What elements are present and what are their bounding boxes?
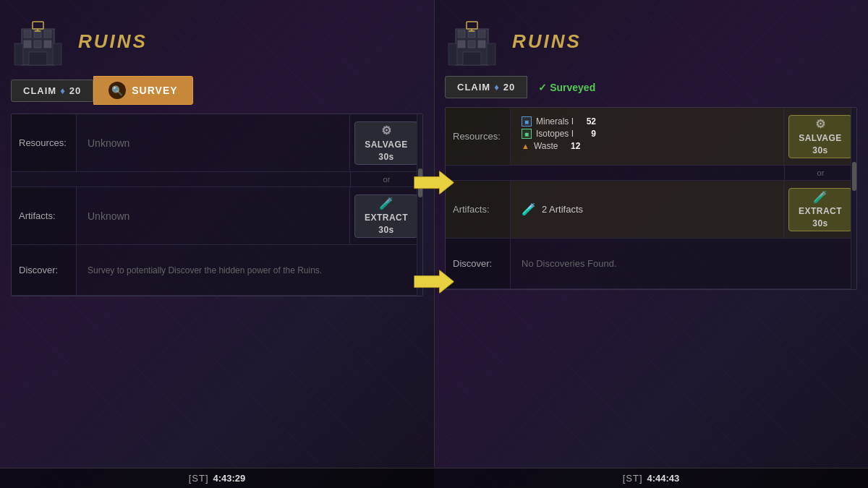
right-panel: RUINS CLAIM ♦ 20 ✓ Surveyed Resources:: [434, 0, 868, 488]
right-salvage-action: ⚙ SALVAGE 30s: [784, 108, 856, 165]
right-extract-action: 🧪 EXTRACT 30s: [784, 181, 856, 238]
left-extract-button[interactable]: 🧪 EXTRACT 30s: [354, 194, 418, 238]
right-artifacts-row: Artifacts: 🧪 2 Artifacts 🧪 EXTRACT 30s: [446, 181, 856, 239]
svg-rect-25: [467, 22, 477, 29]
arrow-bottom: [414, 270, 454, 293]
svg-rect-9: [53, 43, 61, 65]
right-resources-value: ■ Minerals I 52 ■ Isotopes I 9 ▲ Waste: [511, 108, 784, 165]
left-salvage-action: ⚙ SALVAGE 30s: [350, 114, 422, 171]
right-resources-row: Resources: ■ Minerals I 52 ■ Isotopes I …: [446, 108, 856, 166]
left-claim-amount: 20: [69, 85, 81, 96]
left-artifacts-value: Unknown: [77, 187, 350, 244]
waste-label: Waste: [534, 141, 558, 151]
salvage-time-right: 30s: [812, 145, 828, 155]
left-salvage-button[interactable]: ⚙ SALVAGE 30s: [354, 121, 418, 165]
isotopes-label: Isotopes I: [536, 129, 574, 139]
main-container: RUINS CLAIM ♦ 20 🔍 SURVEY Resources:: [0, 0, 868, 488]
right-building-icon: [445, 14, 499, 69]
right-discover-text: No Discoveries Found.: [511, 239, 856, 288]
svg-rect-16: [458, 30, 465, 38]
minerals-icon: ■: [522, 116, 532, 127]
left-header: RUINS: [11, 14, 423, 69]
salvage-icon-left: ⚙: [381, 124, 392, 137]
left-panel: RUINS CLAIM ♦ 20 🔍 SURVEY Resources:: [0, 0, 434, 488]
arrows-container: [414, 171, 454, 293]
minerals-value: 52: [578, 116, 596, 127]
salvage-label-right: SALVAGE: [799, 133, 842, 143]
isotopes-icon: ■: [522, 129, 532, 139]
svg-marker-13: [414, 171, 454, 194]
extract-icon-right: 🧪: [813, 190, 828, 204]
svg-rect-8: [14, 43, 23, 65]
left-extract-action: 🧪 EXTRACT 30s: [350, 187, 422, 244]
extract-time-right: 30s: [812, 218, 828, 228]
surveyed-label: ✓ Surveyed: [538, 82, 595, 93]
left-discover-label: Discover:: [12, 245, 77, 295]
left-claim-label: CLAIM: [23, 85, 56, 96]
right-resources-label: Resources:: [446, 108, 511, 165]
right-scrollbar-thumb: [852, 162, 856, 191]
left-content: RUINS CLAIM ♦ 20 🔍 SURVEY Resources:: [0, 0, 434, 304]
gem-icon-left: ♦: [60, 85, 66, 96]
right-header: RUINS: [445, 14, 857, 69]
left-claim-button[interactable]: CLAIM ♦ 20: [11, 80, 93, 102]
left-status-prefix: [ST]: [189, 473, 209, 484]
left-data-area: Resources: Unknown ⚙ SALVAGE 30s or: [11, 114, 423, 296]
svg-rect-4: [24, 40, 31, 48]
isotopes-value: 9: [578, 129, 596, 139]
artifact-flask-icon: 🧪: [522, 202, 536, 216]
right-or-row: or: [446, 166, 856, 181]
left-discover-row: Discover: Survey to potentially Discover…: [12, 245, 422, 296]
right-content: RUINS CLAIM ♦ 20 ✓ Surveyed Resources:: [434, 0, 868, 297]
svg-rect-1: [24, 30, 31, 38]
salvage-time-left: 30s: [378, 152, 394, 162]
left-title: RUINS: [78, 30, 148, 53]
extract-time-left: 30s: [378, 225, 394, 235]
left-artifacts-label: Artifacts:: [12, 187, 77, 244]
right-or-label: or: [784, 166, 856, 180]
left-or-row: or: [12, 172, 422, 187]
right-extract-button[interactable]: 🧪 EXTRACT 30s: [788, 188, 852, 231]
left-status-time: 4:43:29: [213, 473, 246, 484]
or-spacer-left: [12, 172, 350, 187]
building-svg-left: [11, 14, 65, 69]
right-claim-button[interactable]: CLAIM ♦ 20: [445, 76, 527, 98]
left-resources-row: Resources: Unknown ⚙ SALVAGE 30s: [12, 114, 422, 172]
svg-rect-3: [44, 30, 51, 38]
arrow-top: [414, 171, 454, 194]
svg-rect-6: [44, 40, 51, 48]
building-svg-right: [445, 14, 499, 69]
waste-row: ▲ Waste 12: [522, 141, 580, 151]
right-discover-label: Discover:: [446, 239, 511, 288]
right-salvage-button[interactable]: ⚙ SALVAGE 30s: [788, 115, 852, 158]
svg-rect-18: [478, 30, 485, 38]
right-artifacts-value: 🧪 2 Artifacts: [511, 181, 784, 238]
extract-label-left: EXTRACT: [365, 213, 408, 223]
svg-rect-20: [468, 40, 475, 48]
svg-marker-14: [414, 270, 454, 293]
right-status-bar: [ST] 4:44:43: [434, 468, 868, 488]
right-artifacts-label: Artifacts:: [446, 181, 511, 238]
artifacts-display: 🧪 2 Artifacts: [522, 202, 583, 216]
survey-icon: 🔍: [109, 82, 126, 99]
svg-rect-21: [478, 40, 485, 48]
or-spacer-right: [446, 166, 784, 180]
minerals-label: Minerals I: [536, 116, 574, 127]
waste-icon: ▲: [522, 142, 529, 150]
right-claim-amount: 20: [503, 82, 515, 93]
extract-label-right: EXTRACT: [799, 206, 842, 216]
waste-value: 12: [562, 141, 580, 151]
svg-rect-5: [34, 40, 41, 48]
left-discover-text: Survey to potentially Discover the hidde…: [77, 245, 422, 295]
svg-rect-24: [487, 43, 495, 65]
right-scrollbar[interactable]: [851, 108, 856, 289]
left-buttons-row: CLAIM ♦ 20 🔍 SURVEY: [11, 76, 423, 105]
survey-button[interactable]: 🔍 SURVEY: [93, 76, 192, 105]
right-discover-row: Discover: No Discoveries Found.: [446, 239, 856, 289]
artifacts-count: 2 Artifacts: [542, 204, 583, 215]
right-title: RUINS: [512, 30, 582, 53]
svg-rect-19: [458, 40, 465, 48]
right-status-prefix: [ST]: [623, 473, 643, 484]
salvage-label-left: SALVAGE: [365, 140, 408, 150]
svg-rect-10: [33, 22, 43, 29]
